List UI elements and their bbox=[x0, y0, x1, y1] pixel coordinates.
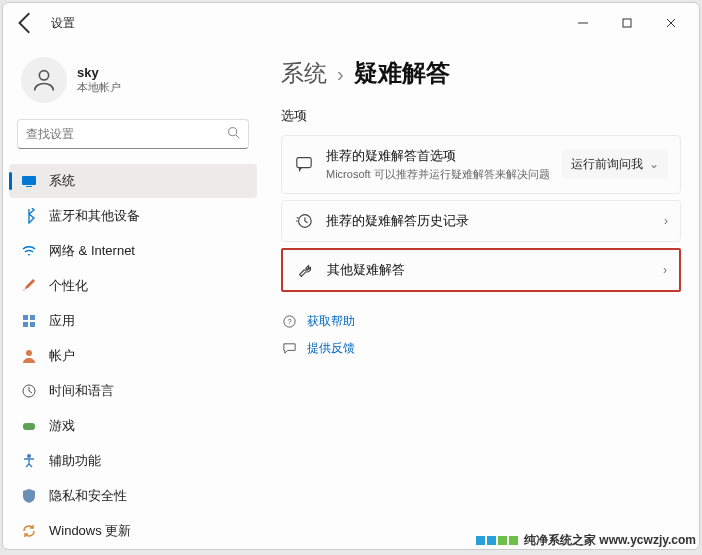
wifi-icon bbox=[21, 243, 37, 259]
sidebar-item-accounts[interactable]: 帐户 bbox=[9, 339, 257, 373]
svg-rect-7 bbox=[22, 176, 36, 185]
accessibility-icon bbox=[21, 453, 37, 469]
chat-icon bbox=[294, 155, 314, 173]
nav-label: 帐户 bbox=[49, 347, 75, 365]
main-content: 系统 › 疑难解答 选项 推荐的疑难解答首选项 Microsoft 可以推荐并运… bbox=[263, 43, 699, 549]
nav-label: 个性化 bbox=[49, 277, 88, 295]
sidebar-item-privacy[interactable]: 隐私和安全性 bbox=[9, 479, 257, 513]
system-icon bbox=[21, 173, 37, 189]
user-name: sky bbox=[77, 65, 121, 80]
brush-icon bbox=[21, 278, 37, 294]
card-subtitle: Microsoft 可以推荐并运行疑难解答来解决问题 bbox=[326, 167, 550, 182]
chevron-right-icon: › bbox=[663, 263, 667, 277]
user-profile[interactable]: sky 本地帐户 bbox=[3, 51, 263, 119]
breadcrumb-parent[interactable]: 系统 bbox=[281, 58, 327, 89]
sidebar-item-system[interactable]: 系统 bbox=[9, 164, 257, 198]
card-title: 推荐的疑难解答历史记录 bbox=[326, 212, 652, 230]
nav-label: Windows 更新 bbox=[49, 522, 131, 540]
nav-list: 系统 蓝牙和其他设备 网络 & Internet 个性化 应用 bbox=[3, 159, 263, 549]
svg-rect-10 bbox=[30, 315, 35, 320]
apps-icon bbox=[21, 313, 37, 329]
svg-rect-15 bbox=[23, 423, 35, 430]
card-title: 其他疑难解答 bbox=[327, 261, 651, 279]
svg-rect-17 bbox=[297, 158, 311, 168]
svg-point-5 bbox=[229, 128, 237, 136]
bluetooth-icon bbox=[21, 208, 37, 224]
svg-point-13 bbox=[26, 350, 32, 356]
close-button[interactable] bbox=[649, 8, 693, 38]
dropdown-ask-before-run[interactable]: 运行前询问我 ⌄ bbox=[562, 150, 668, 179]
settings-window: 设置 sky 本地帐户 bbox=[2, 2, 700, 550]
maximize-button[interactable] bbox=[605, 8, 649, 38]
nav-label: 蓝牙和其他设备 bbox=[49, 207, 140, 225]
card-recommended-history[interactable]: 推荐的疑难解答历史记录 › bbox=[281, 200, 681, 242]
nav-label: 游戏 bbox=[49, 417, 75, 435]
search-icon bbox=[227, 125, 240, 143]
minimize-button[interactable] bbox=[561, 8, 605, 38]
history-icon bbox=[294, 212, 314, 230]
sidebar-item-gaming[interactable]: 游戏 bbox=[9, 409, 257, 443]
section-label: 选项 bbox=[281, 107, 681, 125]
nav-label: 应用 bbox=[49, 312, 75, 330]
nav-label: 系统 bbox=[49, 172, 75, 190]
sidebar-item-time-language[interactable]: 时间和语言 bbox=[9, 374, 257, 408]
link-label: 提供反馈 bbox=[307, 340, 355, 357]
link-label: 获取帮助 bbox=[307, 313, 355, 330]
watermark: 纯净系统之家 www.ycwzjy.com bbox=[476, 532, 696, 549]
chevron-right-icon: › bbox=[664, 214, 668, 228]
game-icon bbox=[21, 418, 37, 434]
watermark-logo bbox=[476, 536, 518, 545]
card-recommended-pref[interactable]: 推荐的疑难解答首选项 Microsoft 可以推荐并运行疑难解答来解决问题 运行… bbox=[281, 135, 681, 194]
titlebar: 设置 bbox=[3, 3, 699, 43]
sidebar-item-personalization[interactable]: 个性化 bbox=[9, 269, 257, 303]
nav-label: 辅助功能 bbox=[49, 452, 101, 470]
sidebar: sky 本地帐户 系统 蓝牙和其他设备 bbox=[3, 43, 263, 549]
nav-label: 时间和语言 bbox=[49, 382, 114, 400]
wrench-icon bbox=[295, 261, 315, 279]
clock-icon bbox=[21, 383, 37, 399]
window-title: 设置 bbox=[51, 15, 75, 32]
shield-icon bbox=[21, 488, 37, 504]
user-account-type: 本地帐户 bbox=[77, 80, 121, 95]
user-icon bbox=[21, 348, 37, 364]
svg-line-6 bbox=[236, 135, 239, 138]
svg-text:?: ? bbox=[287, 317, 291, 326]
back-button[interactable] bbox=[13, 10, 39, 36]
svg-point-16 bbox=[27, 454, 31, 458]
svg-rect-9 bbox=[23, 315, 28, 320]
avatar bbox=[21, 57, 67, 103]
svg-rect-1 bbox=[623, 19, 631, 27]
update-icon bbox=[21, 523, 37, 539]
feedback-icon bbox=[281, 341, 297, 356]
svg-point-4 bbox=[39, 71, 48, 80]
card-title: 推荐的疑难解答首选项 bbox=[326, 147, 550, 165]
nav-label: 网络 & Internet bbox=[49, 242, 135, 260]
chevron-down-icon: ⌄ bbox=[649, 157, 659, 171]
svg-rect-11 bbox=[23, 322, 28, 327]
sidebar-item-bluetooth[interactable]: 蓝牙和其他设备 bbox=[9, 199, 257, 233]
svg-rect-8 bbox=[26, 186, 32, 187]
breadcrumb-separator: › bbox=[337, 63, 344, 86]
window-controls bbox=[561, 8, 693, 38]
sidebar-item-windows-update[interactable]: Windows 更新 bbox=[9, 514, 257, 548]
nav-label: 隐私和安全性 bbox=[49, 487, 127, 505]
search-input[interactable] bbox=[26, 127, 227, 141]
sidebar-item-accessibility[interactable]: 辅助功能 bbox=[9, 444, 257, 478]
watermark-text: 纯净系统之家 www.ycwzjy.com bbox=[524, 532, 696, 549]
breadcrumb-current: 疑难解答 bbox=[354, 57, 450, 89]
get-help-link[interactable]: ? 获取帮助 bbox=[281, 308, 681, 335]
search-input-container[interactable] bbox=[17, 119, 249, 149]
dropdown-label: 运行前询问我 bbox=[571, 156, 643, 173]
svg-rect-12 bbox=[30, 322, 35, 327]
sidebar-item-network[interactable]: 网络 & Internet bbox=[9, 234, 257, 268]
help-icon: ? bbox=[281, 314, 297, 329]
give-feedback-link[interactable]: 提供反馈 bbox=[281, 335, 681, 362]
card-other-troubleshooters[interactable]: 其他疑难解答 › bbox=[281, 248, 681, 292]
breadcrumb: 系统 › 疑难解答 bbox=[281, 57, 681, 89]
sidebar-item-apps[interactable]: 应用 bbox=[9, 304, 257, 338]
